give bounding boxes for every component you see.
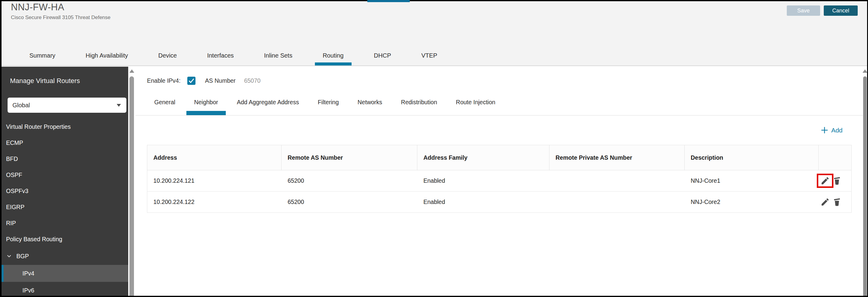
enable-ipv4-checkbox[interactable] — [187, 77, 195, 85]
pencil-icon[interactable] — [820, 197, 830, 207]
cell-address-family: Enabled — [417, 191, 550, 212]
subtab-neighbor[interactable]: Neighbor — [194, 93, 218, 115]
column-header-actions — [818, 145, 851, 170]
tab-interfaces[interactable]: Interfaces — [207, 46, 234, 65]
neighbor-table: Address Remote AS Number Address Family … — [147, 145, 851, 213]
sidebar-item-bgp-ipv6[interactable]: IPv6 — [1, 282, 128, 296]
subtab-filtering[interactable]: Filtering — [318, 93, 339, 115]
as-number-value: 65070 — [244, 77, 260, 84]
sidebar-scrollbar-thumb[interactable] — [129, 77, 134, 296]
sidebar-item-bgp-ipv4[interactable]: IPv4 — [1, 265, 128, 282]
neighbor-table-header: Address Remote AS Number Address Family … — [147, 145, 851, 170]
sidebar-item-ecmp[interactable]: ECMP — [1, 135, 128, 151]
main-scrollbar-thumb[interactable] — [863, 77, 867, 296]
subtab-redistribution[interactable]: Redistribution — [401, 93, 437, 115]
cell-remote-as-number: 65200 — [282, 170, 417, 191]
sidebar-item-policy-based-routing[interactable]: Policy Based Routing — [1, 231, 128, 247]
subtab-route-injection[interactable]: Route Injection — [456, 93, 495, 115]
save-button[interactable]: Save — [787, 5, 820, 16]
device-model-subtitle: Cisco Secure Firewall 3105 Threat Defens… — [11, 14, 111, 21]
cell-address: 10.200.224.122 — [147, 191, 282, 212]
as-number-label: AS Number — [205, 77, 236, 84]
sidebar-item-bgp[interactable]: BGP — [1, 247, 128, 265]
screenshot-top-border — [0, 0, 868, 1]
sidebar-item-ospf[interactable]: OSPF — [1, 167, 128, 183]
cell-remote-private-as-number — [550, 170, 685, 191]
add-button-label: Add — [831, 127, 842, 134]
enable-ipv4-label: Enable IPv4: — [147, 77, 181, 84]
cancel-button[interactable]: Cancel — [824, 5, 858, 16]
bgp-ipv4-panel: Enable IPv4: AS Number 65070 General Nei… — [135, 67, 863, 296]
tab-device[interactable]: Device — [158, 46, 177, 65]
tab-vtep[interactable]: VTEP — [421, 46, 437, 65]
add-neighbor-button[interactable]: Add — [820, 126, 842, 134]
page-title: NNJ-FW-HA — [11, 2, 64, 13]
sidebar-heading: Manage Virtual Routers — [10, 77, 80, 85]
tab-summary[interactable]: Summary — [29, 46, 56, 65]
triangle-up-icon[interactable] — [129, 69, 134, 73]
sidebar-item-eigrp[interactable]: EIGRP — [1, 199, 128, 215]
device-header: NNJ-FW-HA Cisco Secure Firewall 3105 Thr… — [1, 1, 867, 46]
cell-description: NNJ-Core1 — [685, 170, 818, 191]
table-row: 10.200.224.122 65200 Enabled NNJ-Core2 — [147, 191, 851, 213]
column-header-description: Description — [685, 145, 818, 170]
tab-routing[interactable]: Routing — [323, 46, 344, 65]
device-tab-bar: Summary High Availability Device Interfa… — [1, 46, 867, 66]
column-header-address: Address — [147, 145, 282, 170]
cell-description: NNJ-Core2 — [685, 191, 818, 212]
subtab-add-aggregate-address[interactable]: Add Aggregate Address — [237, 93, 299, 115]
triangle-up-icon[interactable] — [863, 69, 867, 73]
cell-address: 10.200.224.121 — [147, 170, 282, 191]
cell-actions — [818, 191, 851, 212]
subtab-networks[interactable]: Networks — [358, 93, 382, 115]
tab-high-availability[interactable]: High Availability — [86, 46, 128, 65]
table-row: 10.200.224.121 65200 Enabled NNJ-Core1 — [147, 170, 851, 191]
cell-address-family: Enabled — [417, 170, 550, 191]
sidebar-item-bgp-label: BGP — [17, 253, 29, 260]
caret-down-icon — [117, 104, 121, 107]
browser-accent-strip — [367, 0, 410, 2]
virtual-router-select-value: Global — [12, 102, 30, 109]
column-header-address-family: Address Family — [417, 145, 550, 170]
chevron-down-icon — [6, 253, 12, 260]
screenshot-left-border — [0, 0, 1, 297]
checkmark-icon — [188, 78, 194, 84]
routing-sidebar: Manage Virtual Routers Global Virtual Ro… — [1, 67, 128, 296]
cell-actions — [818, 170, 851, 191]
sidebar-item-bfd[interactable]: BFD — [1, 151, 128, 167]
bgp-subtab-bar: General Neighbor Add Aggregate Address F… — [135, 93, 863, 116]
plus-icon — [820, 126, 829, 134]
tab-inline-sets[interactable]: Inline Sets — [264, 46, 292, 65]
cell-remote-as-number: 65200 — [282, 191, 417, 212]
sidebar-item-virtual-router-properties[interactable]: Virtual Router Properties — [1, 119, 128, 135]
subtab-general[interactable]: General — [154, 93, 175, 115]
column-header-remote-private-as-number: Remote Private AS Number — [550, 145, 685, 170]
column-header-remote-as-number: Remote AS Number — [282, 145, 417, 170]
trash-icon[interactable] — [832, 176, 842, 185]
cell-remote-private-as-number — [550, 191, 685, 212]
sidebar-scrollbar — [128, 67, 135, 296]
trash-icon[interactable] — [832, 197, 842, 207]
screenshot-bottom-border — [0, 296, 868, 297]
virtual-router-select[interactable]: Global — [7, 97, 126, 113]
main-scrollbar — [863, 67, 867, 296]
sidebar-item-rip[interactable]: RIP — [1, 215, 128, 231]
tab-dhcp[interactable]: DHCP — [374, 46, 391, 65]
sidebar-item-ospfv3[interactable]: OSPFv3 — [1, 183, 128, 199]
annotation-highlight-box — [817, 174, 833, 188]
sidebar-nav: Virtual Router Properties ECMP BFD OSPF … — [1, 119, 128, 296]
enable-ipv4-row: Enable IPv4: AS Number 65070 — [147, 75, 261, 86]
